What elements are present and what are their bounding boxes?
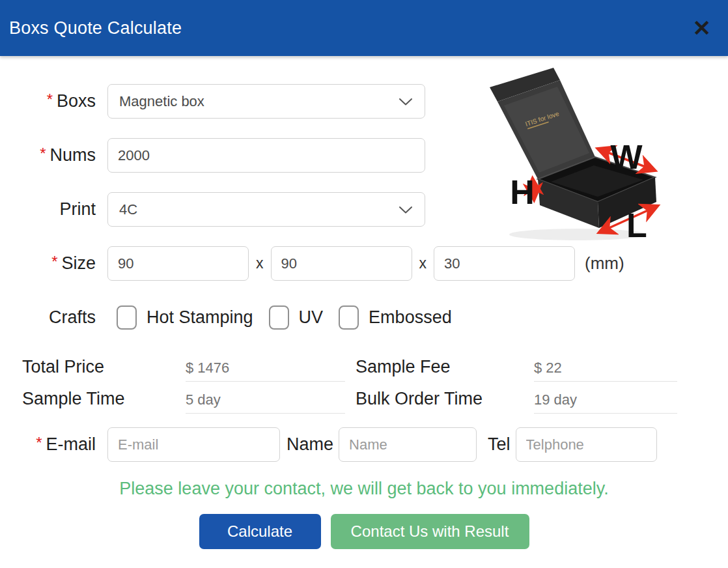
contact-notice: Please leave your contact, we will get b…	[0, 479, 728, 499]
tel-label: Tel	[488, 434, 511, 455]
boxs-select-value: Magnetic box	[119, 93, 204, 110]
length-letter: L	[626, 206, 647, 244]
nums-label: *Nums	[0, 145, 107, 165]
box-photo: ITIS for love W H L	[470, 64, 665, 249]
crafts-label: Crafts	[0, 307, 107, 328]
tel-field[interactable]	[516, 427, 657, 462]
uv-label: UV	[299, 307, 324, 328]
quote-modal: Boxs Quote Calculate ✕ *Boxs Magnetic bo…	[0, 0, 728, 568]
nums-input[interactable]	[107, 138, 425, 173]
sample-time-value: 5 day	[186, 389, 345, 414]
size-unit: (mm)	[585, 253, 624, 274]
hot-stamping-label: Hot Stamping	[147, 307, 253, 328]
size-label: *Size	[0, 253, 107, 274]
sample-fee-label: Sample Fee	[356, 357, 534, 377]
size-separator: x	[419, 255, 427, 272]
uv-checkbox[interactable]	[269, 305, 289, 330]
button-row: Calculate Contact Us with Result	[0, 514, 728, 549]
hot-stamping-checkbox[interactable]	[117, 305, 137, 330]
crafts-row: Crafts Hot Stamping UV Embossed	[0, 300, 728, 335]
size-width-input[interactable]	[107, 246, 249, 281]
sample-time-label: Sample Time	[22, 389, 186, 409]
boxs-label: *Boxs	[0, 91, 107, 111]
name-field[interactable]	[339, 427, 477, 462]
required-asterisk: *	[36, 434, 42, 451]
modal-title: Boxs Quote Calculate	[9, 18, 182, 38]
results-section: Total Price $ 1476 Sample Fee $ 22 Sampl…	[22, 357, 706, 414]
chevron-down-icon	[399, 201, 413, 218]
print-select-value: 4C	[119, 201, 137, 218]
boxs-select[interactable]: Magnetic box	[107, 84, 425, 119]
calculate-button[interactable]: Calculate	[199, 514, 321, 549]
bulk-order-time-label: Bulk Order Time	[356, 389, 534, 409]
sample-fee-value: $ 22	[534, 357, 677, 382]
total-price-label: Total Price	[22, 357, 186, 377]
box-shadow	[509, 229, 646, 240]
name-label: Name	[287, 434, 333, 455]
width-letter: W	[610, 138, 643, 176]
print-select[interactable]: 4C	[107, 192, 425, 227]
required-asterisk: *	[40, 145, 46, 162]
size-row: *Size x x (mm)	[0, 246, 728, 281]
close-icon[interactable]: ✕	[689, 16, 716, 40]
size-length-input[interactable]	[271, 246, 412, 281]
contact-us-button[interactable]: Contact Us with Result	[331, 514, 529, 549]
results-row-2: Sample Time 5 day Bulk Order Time 19 day	[22, 389, 706, 414]
email-label: *E-mail	[0, 434, 107, 455]
bulk-order-time-value: 19 day	[534, 389, 677, 414]
size-separator: x	[256, 255, 264, 272]
contact-row: *E-mail Name Tel	[0, 427, 728, 462]
required-asterisk: *	[51, 253, 57, 270]
email-field[interactable]	[107, 427, 280, 462]
height-letter: H	[510, 173, 535, 211]
results-row-1: Total Price $ 1476 Sample Fee $ 22	[22, 357, 706, 382]
embossed-checkbox[interactable]	[339, 305, 359, 330]
required-asterisk: *	[47, 91, 53, 108]
embossed-label: Embossed	[369, 307, 452, 328]
total-price-value: $ 1476	[186, 357, 345, 382]
chevron-down-icon	[399, 93, 413, 110]
print-label: Print	[0, 199, 107, 220]
size-height-input[interactable]	[434, 246, 575, 281]
modal-header: Boxs Quote Calculate ✕	[0, 0, 728, 56]
